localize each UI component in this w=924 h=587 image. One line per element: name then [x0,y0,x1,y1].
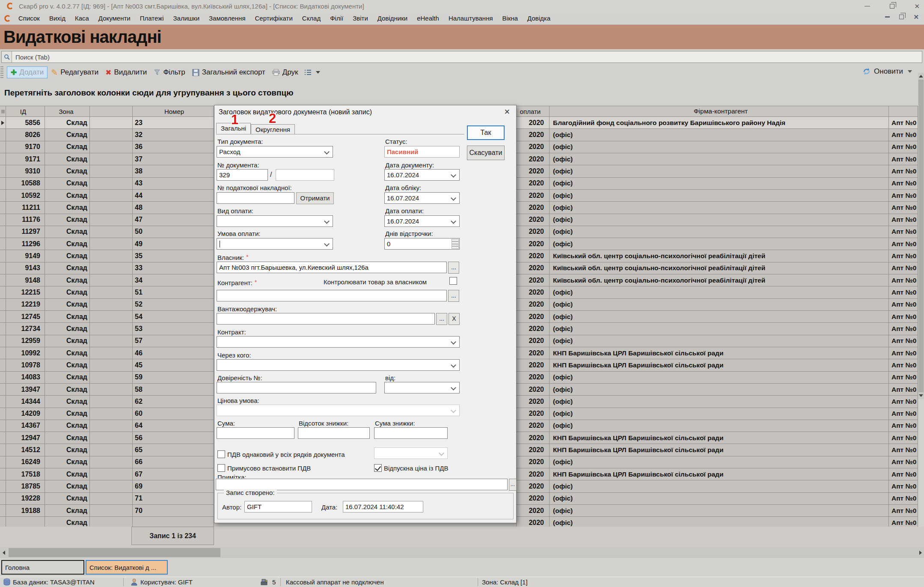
consignee-browse-button[interactable]: ... [436,313,447,325]
scroll-down-icon[interactable] [918,392,924,399]
ok-button[interactable]: Так [467,125,505,140]
vertical-scroll-thumb[interactable] [918,80,924,392]
view-options-button[interactable] [301,68,324,77]
consignee-clear-button[interactable]: X [449,313,460,325]
get-button[interactable]: Отримати [296,192,334,204]
cell-pay: 2020 [517,238,550,250]
spin-down-icon[interactable] [452,244,459,249]
menu-item[interactable]: Довідники [373,15,412,22]
export-button[interactable]: Загальний експорт [189,67,269,78]
header-blank[interactable] [90,106,133,117]
menu-item[interactable]: eHealth [412,15,444,22]
header-id[interactable]: ІД [6,106,45,117]
note-input[interactable] [216,479,508,490]
status-cash-count: 5 [272,578,276,586]
cell-apt: Апт №0 [889,214,918,226]
doc-date-combo[interactable]: 16.07.2024 [384,169,460,181]
header-firm[interactable]: Фірма-контрагент [550,106,889,117]
cell-blank [90,165,133,177]
tax-no-input[interactable] [217,192,294,204]
cell-firm: Київський обл. центр соціально-психологі… [550,250,889,262]
contragent-input[interactable] [217,290,447,301]
menu-item[interactable]: Звіти [348,15,373,22]
control-by-owner-checkbox[interactable] [449,277,457,285]
pay-term-combo[interactable] [217,238,333,250]
minimize-icon[interactable] [865,6,870,6]
filter-button[interactable]: Фільтр [150,67,188,78]
cancel-button[interactable]: Скасувати [467,146,505,160]
menu-item[interactable]: Налаштування [444,15,498,22]
menu-item[interactable]: Замовлення [204,15,250,22]
via-combo[interactable] [217,359,460,371]
cell-zone: Склад [45,129,90,141]
header-apt[interactable] [889,106,918,117]
author-input[interactable] [244,501,312,513]
vat-same-checkbox[interactable] [217,450,225,458]
menu-item[interactable]: Вікна [498,15,523,22]
mdi-restore-icon[interactable] [899,15,904,19]
scroll-left-icon[interactable] [0,547,7,558]
horizontal-scrollbar[interactable] [0,547,924,558]
cell-zone: Склад [45,262,90,274]
menu-item[interactable]: Каса [70,15,94,22]
doc-type-combo[interactable]: Расход [217,146,333,158]
horizontal-scroll-thumb[interactable] [9,548,220,557]
tab-list-documents[interactable]: Список: Видаткові д ... [86,560,168,575]
doc-no-suffix-input[interactable] [276,169,334,181]
header-zone[interactable]: Зона [45,106,90,117]
mdi-close-icon[interactable]: ✕ [913,14,919,20]
vertical-scrollbar[interactable] [918,73,924,399]
discount-pct-input[interactable] [298,427,370,439]
dialog-close-icon[interactable]: ✕ [504,107,510,116]
contract-combo[interactable] [217,336,460,348]
header-number[interactable]: Номер [133,106,214,117]
delay-days-stepper[interactable]: 0 [384,238,460,250]
pay-kind-combo[interactable] [217,215,333,227]
vat-incl-checkbox[interactable] [374,464,382,472]
edit-button[interactable]: ✎ Редагувати [48,67,102,78]
menu-item[interactable]: Вихід [45,15,70,22]
mdi-minimize-icon[interactable] [885,16,890,18]
cell-id: 16249 [6,456,45,468]
discount-sum-input[interactable] [374,427,448,439]
doc-no-input[interactable] [217,169,268,181]
vat-force-checkbox[interactable] [217,464,225,472]
cell-id: 11211 [6,202,45,214]
restore-icon[interactable] [890,4,894,9]
from-combo[interactable] [384,382,460,393]
contragent-browse-button[interactable]: ... [448,290,459,302]
search-icon[interactable] [2,51,12,63]
acc-date-combo[interactable]: 16.07.2024 [384,192,460,204]
spin-up-icon[interactable] [452,239,459,244]
menu-item[interactable]: Довідка [523,15,555,22]
sum-input[interactable] [217,427,294,439]
menu-item[interactable]: Список [14,15,45,22]
note-browse-button[interactable]: ... [509,479,517,491]
menu-item[interactable]: Сертифікати [250,15,297,22]
scroll-up-icon[interactable] [918,73,924,80]
menu-item[interactable]: Філії [325,15,348,22]
delete-button[interactable]: ✖ Видалити [102,67,150,78]
vat-same-label: ПДВ однаковий у всіх рядків документа [227,451,345,458]
close-icon[interactable]: ✕ [914,3,920,9]
menu-item[interactable]: Документи [94,15,135,22]
consignee-input[interactable] [217,313,435,325]
menu-item[interactable]: Платежі [135,15,169,22]
pay-date-combo[interactable]: 16.07.2024 [384,215,460,227]
owner-input[interactable] [217,262,447,273]
cell-firm: (офіс) [550,517,889,527]
menu-item[interactable]: Склад [297,15,325,22]
refresh-button[interactable]: Оновити [862,67,912,76]
tab-home[interactable]: Головна [1,560,84,575]
scroll-right-icon[interactable] [917,547,924,558]
menu-item[interactable]: Залишки [169,15,205,22]
toolbar-grip[interactable] [0,66,3,78]
print-button[interactable]: Друк [269,67,302,78]
owner-browse-button[interactable]: ... [448,262,459,274]
add-button[interactable]: ✚ Додати [7,66,48,78]
grid-menu-icon[interactable] [1,111,5,112]
header-pay-date[interactable]: оплати [517,106,550,117]
proxy-input[interactable] [217,382,376,393]
cell-zone: Склад [45,250,90,262]
search-input[interactable] [1,51,922,63]
